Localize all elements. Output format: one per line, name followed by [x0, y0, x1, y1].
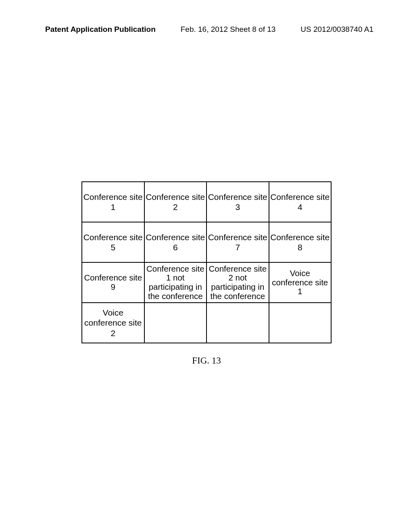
- header-date-sheet: Feb. 16, 2012 Sheet 8 of 13: [181, 25, 276, 34]
- page-header: Patent Application Publication Feb. 16, …: [0, 0, 413, 34]
- conference-grid-table: Conference site 1 Conference site 2 Conf…: [81, 181, 332, 343]
- grid-cell: [269, 303, 332, 343]
- table-row: Conference site 1 Conference site 2 Conf…: [82, 182, 331, 222]
- grid-cell: [206, 303, 269, 343]
- grid-cell: Conference site 5: [82, 222, 144, 262]
- grid-cell: Conference site 1 not participating in t…: [144, 262, 207, 303]
- table-row: Conference site 9 Conference site 1 not …: [82, 262, 331, 303]
- grid-cell: Conference site 6: [144, 222, 207, 262]
- table-row: Voice conference site 2: [82, 303, 331, 343]
- grid-cell: Conference site 3: [206, 182, 269, 222]
- grid-cell: Voice conference site 2: [82, 303, 144, 343]
- header-publication-label: Patent Application Publication: [45, 25, 156, 34]
- figure-area: Conference site 1 Conference site 2 Conf…: [0, 181, 413, 366]
- grid-cell: Conference site 9: [82, 262, 144, 303]
- grid-cell: Conference site 7: [206, 222, 269, 262]
- header-publication-number: US 2012/0038740 A1: [300, 25, 373, 34]
- grid-cell: Conference site 2 not participating in t…: [206, 262, 269, 303]
- grid-cell: Conference site 4: [269, 182, 332, 222]
- grid-cell: [144, 303, 207, 343]
- grid-cell: Voice conference site 1: [269, 262, 332, 303]
- grid-cell: Conference site 8: [269, 222, 332, 262]
- grid-cell: Conference site 2: [144, 182, 207, 222]
- table-row: Conference site 5 Conference site 6 Conf…: [82, 222, 331, 262]
- grid-cell: Conference site 1: [82, 182, 144, 222]
- figure-caption: FIG. 13: [192, 355, 221, 366]
